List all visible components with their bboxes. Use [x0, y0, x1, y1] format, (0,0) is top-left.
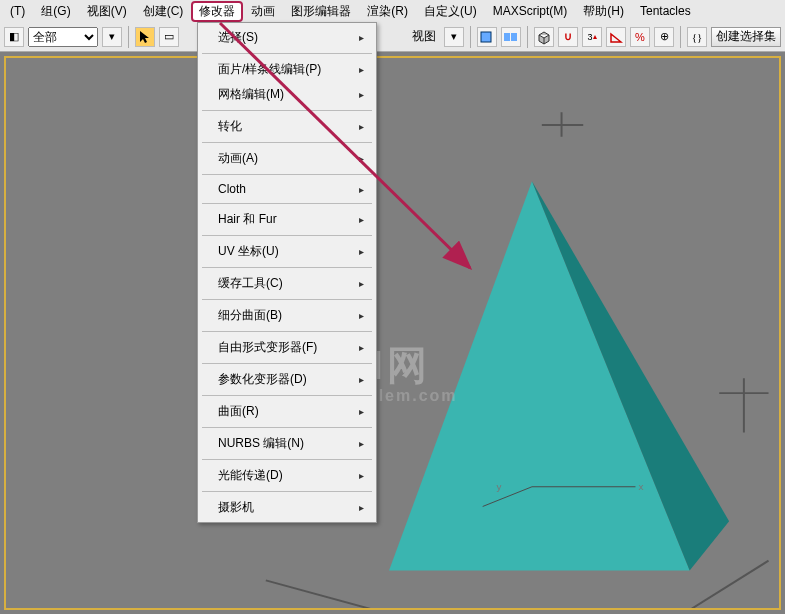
menu-item-label: Hair 和 Fur: [218, 211, 277, 228]
menu-separator: [202, 331, 372, 332]
toolbar-dropdown-icon[interactable]: ▾: [102, 27, 122, 47]
toolbar-icon-3[interactable]: ▭: [159, 27, 179, 47]
menu-item[interactable]: 参数化变形器(D)▸: [198, 367, 376, 392]
menu-item[interactable]: 自定义(U): [416, 1, 485, 22]
menu-item[interactable]: 摄影机▸: [198, 495, 376, 520]
menu-item[interactable]: 网格编辑(M)▸: [198, 82, 376, 107]
menu-item-label: Cloth: [218, 182, 246, 196]
submenu-arrow-icon: ▸: [359, 153, 364, 164]
menu-item-label: NURBS 编辑(N): [218, 435, 304, 452]
menu-item-label: 缓存工具(C): [218, 275, 283, 292]
menu-item[interactable]: 组(G): [33, 1, 78, 22]
menu-item-label: 网格编辑(M): [218, 86, 284, 103]
menu-separator: [202, 299, 372, 300]
submenu-arrow-icon: ▸: [359, 121, 364, 132]
menu-separator: [202, 110, 372, 111]
menu-item[interactable]: (T): [2, 2, 33, 20]
submenu-arrow-icon: ▸: [359, 342, 364, 353]
menu-separator: [202, 235, 372, 236]
toolbar: ◧ 全部 ▾ ▭ 视图 ▾ ∪ 3▴ % ⊕ {} 创建选择集: [0, 22, 785, 52]
submenu-arrow-icon: ▸: [359, 89, 364, 100]
submenu-arrow-icon: ▸: [359, 278, 364, 289]
submenu-arrow-icon: ▸: [359, 310, 364, 321]
menu-separator: [202, 363, 372, 364]
cursor-icon[interactable]: [135, 27, 155, 47]
filter-select[interactable]: 全部: [28, 27, 98, 47]
snap-3-icon[interactable]: 3▴: [582, 27, 602, 47]
menu-item[interactable]: Hair 和 Fur▸: [198, 207, 376, 232]
toolbar-separator: [680, 26, 681, 48]
menu-separator: [202, 142, 372, 143]
menu-item-label: 面片/样条线编辑(P): [218, 61, 321, 78]
menu-separator: [202, 491, 372, 492]
menu-separator: [202, 427, 372, 428]
menu-item[interactable]: 转化▸: [198, 114, 376, 139]
svg-text:x: x: [638, 481, 643, 492]
menu-item-label: 选择(S): [218, 29, 258, 46]
toolbar-separator: [527, 26, 528, 48]
selection-set-icon[interactable]: {}: [687, 27, 707, 47]
view-dropdown-icon[interactable]: ▾: [444, 27, 464, 47]
menu-item-label: 参数化变形器(D): [218, 371, 307, 388]
scene-svg: x y: [6, 58, 779, 608]
menu-item[interactable]: Cloth▸: [198, 178, 376, 200]
menu-item[interactable]: 曲面(R)▸: [198, 399, 376, 424]
menu-item[interactable]: 修改器: [191, 1, 243, 22]
menu-separator: [202, 203, 372, 204]
angle-snap-icon[interactable]: [606, 27, 626, 47]
menu-item[interactable]: 图形编辑器: [283, 1, 359, 22]
menu-item[interactable]: Tentacles: [632, 2, 699, 20]
submenu-arrow-icon: ▸: [359, 502, 364, 513]
view-label: 视图: [412, 28, 436, 45]
svg-text:y: y: [496, 481, 501, 492]
submenu-arrow-icon: ▸: [359, 406, 364, 417]
submenu-arrow-icon: ▸: [359, 32, 364, 43]
box-icon[interactable]: [534, 27, 554, 47]
submenu-arrow-icon: ▸: [359, 184, 364, 195]
menu-item[interactable]: 渲染(R): [359, 1, 416, 22]
svg-rect-0: [481, 32, 491, 42]
toolbar-icon-b[interactable]: [501, 27, 521, 47]
menu-item[interactable]: 缓存工具(C)▸: [198, 271, 376, 296]
perspective-viewport[interactable]: x y GXI网 gxlem.com: [4, 56, 781, 610]
toolbar-separator: [128, 26, 129, 48]
submenu-arrow-icon: ▸: [359, 374, 364, 385]
magnet-icon[interactable]: ∪: [558, 27, 578, 47]
menu-item[interactable]: 细分曲面(B)▸: [198, 303, 376, 328]
menu-item[interactable]: 自由形式变形器(F)▸: [198, 335, 376, 360]
menu-item[interactable]: 视图(V): [79, 1, 135, 22]
menu-item-label: 自由形式变形器(F): [218, 339, 317, 356]
menu-item[interactable]: 创建(C): [135, 1, 192, 22]
toolbar-icon-a[interactable]: [477, 27, 497, 47]
menu-item[interactable]: MAXScript(M): [485, 2, 576, 20]
menu-separator: [202, 53, 372, 54]
snap-icon-2[interactable]: ⊕: [654, 27, 674, 47]
viewport-area: x y GXI网 gxlem.com: [0, 52, 785, 614]
menu-item-label: 曲面(R): [218, 403, 259, 420]
menu-separator: [202, 267, 372, 268]
menu-separator: [202, 459, 372, 460]
menu-item[interactable]: 帮助(H): [575, 1, 632, 22]
menu-item[interactable]: 选择(S)▸: [198, 25, 376, 50]
selection-set-input[interactable]: 创建选择集: [711, 27, 781, 47]
menu-item[interactable]: 动画(A)▸: [198, 146, 376, 171]
menu-item[interactable]: NURBS 编辑(N)▸: [198, 431, 376, 456]
menu-item-label: 光能传递(D): [218, 467, 283, 484]
percent-snap-icon[interactable]: %: [630, 27, 650, 47]
menu-item-label: 转化: [218, 118, 242, 135]
menu-item[interactable]: 面片/样条线编辑(P)▸: [198, 57, 376, 82]
submenu-arrow-icon: ▸: [359, 470, 364, 481]
menu-item[interactable]: 光能传递(D)▸: [198, 463, 376, 488]
menu-separator: [202, 174, 372, 175]
menu-item[interactable]: 动画: [243, 1, 283, 22]
menu-item-label: 摄影机: [218, 499, 254, 516]
submenu-arrow-icon: ▸: [359, 246, 364, 257]
toolbar-icon-1[interactable]: ◧: [4, 27, 24, 47]
menu-item-label: UV 坐标(U): [218, 243, 279, 260]
submenu-arrow-icon: ▸: [359, 214, 364, 225]
svg-rect-2: [511, 33, 517, 41]
menu-item[interactable]: UV 坐标(U)▸: [198, 239, 376, 264]
svg-rect-1: [504, 33, 510, 41]
submenu-arrow-icon: ▸: [359, 64, 364, 75]
menu-item-label: 细分曲面(B): [218, 307, 282, 324]
